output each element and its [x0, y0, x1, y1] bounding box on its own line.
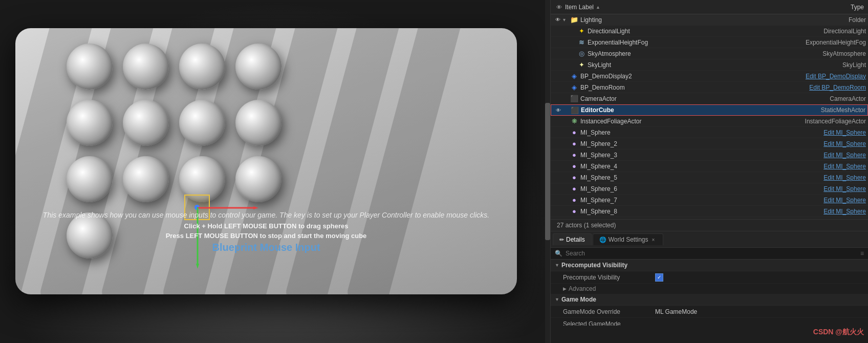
actor-count: 27 actors (1 selected) [551, 219, 868, 231]
row-icon-13: ● [570, 162, 578, 170]
world-settings-close-button[interactable]: × [650, 237, 657, 243]
precompute-visibility-label: Precompute Visibility [563, 274, 655, 281]
right-panel: 👁 Item Label ▲ Type 👁▾ 📁LightingFolder✦D… [550, 0, 868, 343]
outliner-row-10[interactable]: ●MI_SphereEdit MI_Sphere [551, 127, 868, 138]
outliner-row-14[interactable]: ●MI_Sphere_5Edit MI_Sphere [551, 172, 868, 183]
row-eye-8[interactable]: 👁 [553, 104, 563, 116]
advanced-row[interactable]: ▶ Advanced [551, 284, 868, 294]
outliner-row-16[interactable]: ●MI_Sphere_7Edit MI_Sphere [551, 195, 868, 206]
row-type-7: CameraActor [830, 95, 866, 102]
row-type-16[interactable]: Edit MI_Sphere [823, 197, 866, 204]
row-type-5[interactable]: Edit BP_DemoDisplay [806, 73, 866, 80]
row-icon-16: ● [570, 196, 578, 204]
hint-text-3: Press LEFT MOUSE BUTTON to stop and star… [15, 232, 517, 240]
row-type-11[interactable]: Edit MI_Sphere [823, 140, 866, 147]
row-eye-2[interactable] [553, 37, 563, 48]
row-icon-11: ● [570, 140, 578, 148]
outliner-row-15[interactable]: ●MI_Sphere_6Edit MI_Sphere [551, 183, 868, 195]
row-type-8: StaticMeshActor [821, 106, 865, 114]
cube-icon: ⬛ [571, 106, 579, 114]
outliner-row-13[interactable]: ●MI_Sphere_4Edit MI_Sphere [551, 161, 868, 172]
row-eye-12[interactable] [553, 149, 563, 161]
row-type-17[interactable]: Edit MI_Sphere [823, 208, 866, 215]
outliner-row-12[interactable]: ●MI_Sphere_3Edit MI_Sphere [551, 149, 868, 161]
outliner-row-1[interactable]: ✦DirectionalLightDirectionalLight [551, 26, 868, 37]
row-type-6[interactable]: Edit BP_DemoRoom [809, 84, 866, 91]
row-indent-0: ▾ [563, 17, 570, 23]
row-eye-17[interactable] [553, 206, 563, 217]
row-eye-1[interactable] [553, 26, 563, 37]
tab-details[interactable]: ✏ Details [553, 233, 592, 245]
row-eye-14[interactable] [553, 172, 563, 183]
row-eye-6[interactable] [553, 82, 563, 93]
row-type-9: InstancedFoliageActor [805, 118, 866, 125]
row-eye-5[interactable] [553, 71, 563, 82]
row-eye-15[interactable] [553, 183, 563, 195]
row-label-5: BP_DemoDisplay2 [580, 73, 806, 80]
outliner-row-4[interactable]: ✦SkyLightSkyLight [551, 59, 868, 71]
row-label-13: MI_Sphere_4 [580, 163, 823, 170]
outliner-row-11[interactable]: ●MI_Sphere_2Edit MI_Sphere [551, 138, 868, 149]
row-eye-3[interactable] [553, 48, 563, 59]
row-icon-8: ⬛ [571, 106, 579, 114]
outliner-row-8[interactable]: 👁⬛EditorCubeStaticMeshActor [551, 104, 868, 116]
row-icon-6: ◈ [570, 83, 578, 92]
outliner-row-5[interactable]: ◈BP_DemoDisplay2Edit BP_DemoDisplay [551, 71, 868, 82]
blueprint-icon: ◈ [572, 72, 577, 80]
precomputed-visibility-section-header[interactable]: ▼ Precomputed Visibility [551, 260, 868, 271]
outliner-row-9[interactable]: ❋InstancedFoliageActorInstancedFoliageAc… [551, 116, 868, 127]
search-input[interactable] [566, 250, 857, 257]
search-menu-icon[interactable]: ≡ [860, 250, 864, 257]
sphere-icon: ● [572, 162, 576, 170]
row-eye-16[interactable] [553, 195, 563, 206]
row-type-13[interactable]: Edit MI_Sphere [823, 163, 866, 170]
light-icon: ✦ [579, 61, 584, 69]
outliner-row-3[interactable]: ◎SkyAtmosphereSkyAtmosphere [551, 48, 868, 59]
row-label-10: MI_Sphere [580, 129, 823, 136]
game-mode-section-header[interactable]: ▼ Game Mode [551, 294, 868, 306]
tab-world-settings[interactable]: 🌐 World Settings × [593, 233, 663, 245]
gamemode-override-row: GameMode Override ML GameMode [551, 306, 868, 318]
precompute-visibility-checkbox[interactable]: ✓ [655, 273, 663, 282]
outliner-row-7[interactable]: ⬛CameraActorCameraActor [551, 93, 868, 104]
sphere-9 [67, 156, 113, 202]
row-type-14[interactable]: Edit MI_Sphere [823, 174, 866, 181]
outliner-list[interactable]: 👁▾ 📁LightingFolder✦DirectionalLightDirec… [551, 14, 868, 219]
globe-icon: 🌐 [599, 237, 606, 243]
game-mode-title: Game Mode [561, 296, 596, 303]
outliner-row-6[interactable]: ◈BP_DemoRoomEdit BP_DemoRoom [551, 82, 868, 93]
row-eye-11[interactable] [553, 138, 563, 149]
row-eye-0[interactable]: 👁 [553, 14, 563, 26]
header-eye-icon[interactable]: 👁 [555, 3, 563, 11]
precomputed-visibility-body: Precompute Visibility ✓ ▶ Advanced [551, 271, 868, 294]
cloud-icon: ≋ [579, 38, 584, 46]
sphere-icon: ● [572, 128, 576, 136]
outliner-row-0[interactable]: 👁▾ 📁LightingFolder [551, 14, 868, 26]
viewport-scrollbar-thumb[interactable] [545, 103, 550, 240]
row-eye-7[interactable] [553, 93, 563, 104]
gizmo-x-arrow [197, 206, 258, 209]
folder-icon: 📁 [570, 16, 578, 24]
text-overlay: This example shows how you can use mouse… [15, 211, 517, 253]
precompute-visibility-row: Precompute Visibility ✓ [551, 271, 868, 284]
row-type-15[interactable]: Edit MI_Sphere [823, 185, 866, 192]
actor-count-text: 27 actors (1 selected) [557, 222, 616, 229]
row-icon-17: ● [570, 207, 578, 216]
row-type-10[interactable]: Edit MI_Sphere [823, 129, 866, 136]
sphere-icon: ● [572, 196, 576, 204]
row-type-2: ExponentialHeightFog [806, 39, 866, 46]
row-eye-13[interactable] [553, 161, 563, 172]
row-eye-9[interactable] [553, 116, 563, 127]
row-icon-2: ≋ [577, 38, 585, 47]
sort-arrow-icon[interactable]: ▲ [596, 5, 600, 10]
svg-marker-3 [196, 264, 199, 269]
viewport-scrollbar[interactable] [545, 0, 550, 343]
row-eye-4[interactable] [553, 59, 563, 71]
type-col: Type [851, 4, 864, 11]
row-type-12[interactable]: Edit MI_Sphere [823, 152, 866, 159]
outliner-row-2[interactable]: ≋ExponentialHeightFogExponentialHeightFo… [551, 37, 868, 48]
row-label-12: MI_Sphere_3 [580, 152, 823, 159]
outliner-row-17[interactable]: ●MI_Sphere_8Edit MI_Sphere [551, 206, 868, 217]
row-eye-10[interactable] [553, 127, 563, 138]
blueprint-icon: ◈ [572, 83, 577, 91]
